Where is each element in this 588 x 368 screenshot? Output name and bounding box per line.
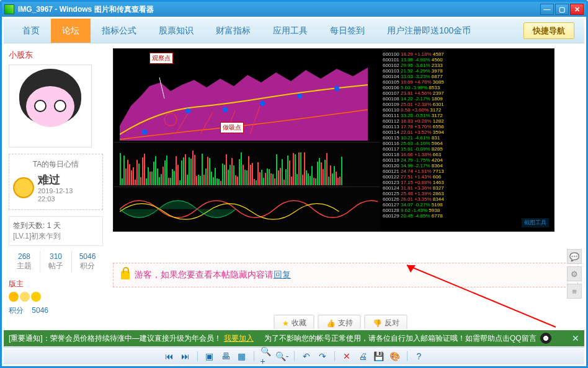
- side-toolbar: 💬 ⚙ ≡: [567, 249, 582, 301]
- chart-callout-top: 观察点: [149, 53, 173, 64]
- svg-point-0: [142, 129, 147, 134]
- qq-icon[interactable]: [540, 333, 551, 344]
- stock-list-panel: 600100 18.29 +1.18% 4587600101 13.88 -4.…: [380, 49, 554, 231]
- favorite-button[interactable]: ★收藏: [274, 315, 314, 329]
- post-actions: ★收藏 👍支持 👎反对: [274, 315, 408, 329]
- main-nav: 首页 论坛 指标公式 股票知识 财富指标 应用工具 每日签到 用户注册即送100…: [4, 19, 584, 43]
- sign-box: 签到天数: 1 天 [LV.1]初来乍到: [9, 216, 103, 246]
- rotate-cw-button[interactable]: ↷: [317, 351, 328, 362]
- notice-close-icon[interactable]: ✕: [572, 333, 579, 343]
- star-icon: [31, 292, 41, 302]
- support-button[interactable]: 👍支持: [318, 315, 361, 329]
- window-title: IMG_3967 - Windows 图片和传真查看器: [18, 4, 154, 15]
- sign-days: 签到天数: 1 天: [13, 221, 99, 231]
- app-icon: [4, 4, 14, 14]
- prev-button[interactable]: ⏮: [164, 351, 175, 362]
- window-titlebar: IMG_3967 - Windows 图片和传真查看器 — ▢ ✕: [2, 2, 586, 17]
- user-sidebar: 小股东 TA的每日心情 难过 2019-12-1322:03 签到天数: [9, 48, 103, 329]
- zoom-in-button[interactable]: 🔍+: [261, 351, 272, 362]
- owner-block: 版主 积分 5046: [9, 279, 103, 316]
- hidden-content-notice: 游客，如果您要查看本帖隐藏内容请 回复: [113, 263, 578, 287]
- nav-wealth[interactable]: 财富指标: [205, 19, 262, 43]
- list-icon[interactable]: ≡: [567, 284, 582, 299]
- svg-point-4: [297, 94, 302, 99]
- gear-icon[interactable]: ⚙: [567, 266, 582, 281]
- fit-button[interactable]: ▣: [204, 351, 215, 362]
- chat-icon[interactable]: 💬: [567, 249, 582, 264]
- nav-home[interactable]: 首页: [11, 19, 51, 43]
- username[interactable]: 小股东: [9, 48, 103, 64]
- svg-point-3: [260, 101, 265, 106]
- slideshow-button[interactable]: ▦: [236, 351, 247, 362]
- help-button[interactable]: ?: [414, 351, 425, 362]
- oppose-button[interactable]: 👎反对: [365, 315, 408, 329]
- nav-knowledge[interactable]: 股票知识: [148, 19, 205, 43]
- notice-join-link[interactable]: 我要加入: [224, 333, 254, 344]
- stock-chart-image: 观察点 做吸点: [113, 48, 555, 232]
- notice-text2: 为了不影响您的帐号正常使用，请各位自行加入邮箱验证哦！如需帮助点击QQ留言: [264, 333, 537, 344]
- watermark: 截图工具: [522, 218, 549, 227]
- print-button[interactable]: 🖨: [357, 351, 368, 362]
- nav-tools[interactable]: 应用工具: [262, 19, 319, 43]
- svg-point-1: [185, 108, 190, 113]
- close-button[interactable]: ✕: [570, 4, 584, 15]
- rotate-ccw-button[interactable]: ↶: [301, 351, 312, 362]
- user-level: [LV.1]初来乍到: [13, 231, 99, 242]
- sun-icon: [9, 292, 19, 302]
- save-button[interactable]: 💾: [373, 351, 385, 362]
- nav-signin[interactable]: 每日签到: [319, 19, 376, 43]
- quicknav-button[interactable]: 快捷导航: [523, 22, 574, 39]
- nav-formula[interactable]: 指标公式: [91, 19, 148, 43]
- next-button[interactable]: ⏭: [180, 351, 191, 362]
- svg-point-5: [334, 86, 339, 91]
- lock-icon: [121, 271, 130, 279]
- notice-text1: [重要通知]：荣誉会员价格持续待涨中—建议直接升级为年会员！: [9, 333, 221, 344]
- open-button[interactable]: 🎨: [390, 351, 401, 362]
- svg-point-2: [223, 107, 228, 112]
- moon-icon: [20, 292, 30, 302]
- owner-tag: 版主: [9, 279, 24, 288]
- delete-button[interactable]: ✕: [341, 351, 352, 362]
- nav-register[interactable]: 用户注册即送100金币: [376, 19, 482, 43]
- chart-callout-bottom: 做吸点: [220, 122, 244, 133]
- reply-link[interactable]: 回复: [274, 269, 291, 281]
- post-main: 观察点 做吸点: [103, 48, 578, 329]
- hidden-text: 游客，如果您要查看本帖隐藏内容请: [135, 269, 274, 281]
- mood-label: 难过: [38, 173, 60, 186]
- user-stats: 268主题 310帖子 5046积分: [9, 251, 103, 273]
- viewer-toolbar: ⏮ ⏭ ▣ 🖶 ▦ 🔍+ 🔍- ↶ ↷ ✕ 🖨 💾 🎨 ?: [4, 347, 584, 364]
- volume-bars: [120, 148, 379, 185]
- mood-title: TA的每日心情: [13, 159, 99, 170]
- maximize-button[interactable]: ▢: [555, 4, 569, 15]
- minimize-button[interactable]: —: [540, 4, 554, 15]
- zoom-out-button[interactable]: 🔍-: [277, 351, 288, 362]
- mood-face-icon: [13, 177, 34, 198]
- mood-box: TA的每日心情 难过 2019-12-1322:03: [9, 154, 103, 210]
- notice-bar: [重要通知]：荣誉会员价格持续待涨中—建议直接升级为年会员！ 我要加入 为了不影…: [4, 330, 584, 346]
- actual-size-button[interactable]: 🖶: [220, 351, 231, 362]
- nav-forum[interactable]: 论坛: [51, 19, 91, 43]
- annotation-text: 隐藏内容回复前的提示: [469, 327, 578, 329]
- avatar[interactable]: [9, 64, 92, 147]
